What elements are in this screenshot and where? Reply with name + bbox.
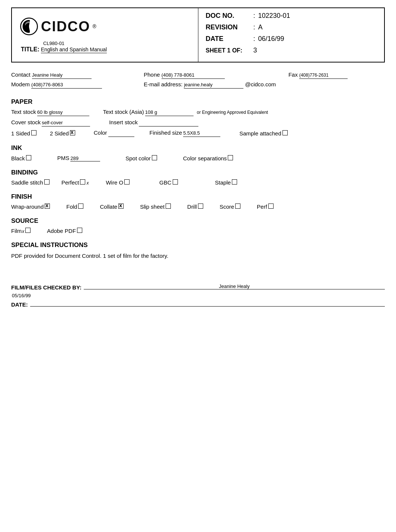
email-domain: @cidco.com: [245, 81, 276, 87]
source-section-header: SOURCE: [11, 217, 385, 225]
title-prefix: CL980-01: [43, 41, 107, 46]
perfect-checkbox[interactable]: [80, 179, 85, 185]
date-label: DATE: [206, 35, 250, 43]
color-group: Color: [94, 129, 135, 137]
title-value: English and Spanish Manual: [41, 47, 107, 53]
color-sep-label: Color separations: [183, 155, 227, 161]
slip-sheet-checkbox[interactable]: [166, 203, 171, 209]
saddle-stitch-checkbox[interactable]: [44, 179, 50, 185]
special-instructions-section: SPECIAL INSTRUCTIONS PDF provided for Do…: [11, 241, 385, 260]
wire-o-group: Wire O: [106, 179, 130, 186]
doc-number-label: DOC NO.: [206, 12, 250, 20]
doc-number-row: DOC NO. : 102230-01: [206, 12, 377, 20]
gbc-group: GBC: [159, 179, 179, 186]
title-label: TITLE:: [21, 46, 39, 53]
email-label: E-mail address:: [144, 81, 182, 87]
finished-size-group: Finished size 5.5X8.5: [150, 129, 222, 137]
insert-stock-label: Insert stock: [109, 119, 138, 125]
sheet-label: SHEET 1 OF:: [206, 47, 250, 54]
modem-value: (408)776-8063: [31, 82, 102, 89]
collate-checkbox[interactable]: [118, 203, 124, 209]
adobe-pdf-checkbox[interactable]: [77, 228, 82, 233]
sample-attached-label: Sample attached: [239, 130, 281, 137]
date-colon: :: [253, 35, 255, 43]
email-row: E-mail address: jeanine.healy @cidco.com: [144, 81, 288, 89]
spot-color-label: Spot color: [125, 155, 151, 161]
staple-checkbox[interactable]: [232, 179, 237, 185]
phone-row: Phone (408) 778-8061: [144, 71, 288, 79]
cidco-logo: CIDCO®: [19, 17, 96, 36]
pms-label: PMS: [57, 155, 70, 161]
collate-label: Collate: [100, 203, 117, 210]
contact-label: Contact: [11, 71, 31, 78]
spot-color-checkbox[interactable]: [152, 155, 157, 160]
score-checkbox[interactable]: [235, 203, 240, 209]
revision-colon: :: [253, 23, 255, 31]
logo-cell: CIDCO® CL980-01 TITLE: English and Spani…: [12, 8, 198, 62]
color-sep-checkbox[interactable]: [228, 155, 233, 160]
wire-o-checkbox[interactable]: [124, 179, 130, 185]
adobe-pdf-label: Adobe PDF: [47, 228, 76, 234]
finished-size-value: 5.5X8.5: [183, 130, 220, 137]
black-checkbox[interactable]: [26, 155, 31, 160]
fold-group: Fold: [66, 203, 84, 210]
fax-value: (408)776-2631: [299, 73, 348, 79]
modem-row: Modem (408)776-8063: [11, 81, 144, 89]
text-stock-group: Text stock 60 lb glossy: [11, 109, 90, 116]
color-label: Color: [94, 129, 107, 136]
text-stock-note: or Engineering Approved Equivalent: [197, 110, 268, 115]
phone-label: Phone: [144, 71, 160, 78]
cidco-logo-text: CIDCO: [41, 19, 90, 35]
wrap-around-label: Wrap-around: [11, 203, 44, 210]
pms-group: PMS 289: [57, 155, 100, 161]
text-stock-row: Text stock 60 lb glossy Text stock (Asia…: [11, 109, 385, 116]
binding-section: BINDING Saddle stitch Perfect x Wire O G…: [11, 169, 385, 186]
sample-attached-checkbox[interactable]: [282, 130, 288, 135]
perf-checkbox[interactable]: [268, 203, 274, 209]
film-files-line: Jeanine Healy: [84, 283, 385, 289]
cover-stock-group: Cover stock self-cover: [11, 119, 91, 126]
contact-section: Contact Jeanine Healy Modem (408)776-806…: [11, 71, 385, 91]
perfect-mark: x: [86, 180, 89, 186]
perf-label: Perf: [257, 203, 267, 210]
fold-checkbox[interactable]: [78, 203, 83, 209]
title-area: CL980-01 TITLE: English and Spanish Manu…: [21, 41, 107, 53]
phone-value: (408) 778-8061: [162, 72, 225, 79]
black-label: Black: [11, 155, 25, 161]
score-label: Score: [220, 203, 234, 210]
cover-stock-value: self-cover: [42, 119, 90, 126]
gbc-checkbox[interactable]: [173, 179, 178, 185]
doc-info-cell: DOC NO. : 102230-01 REVISION : A DATE : …: [198, 8, 384, 62]
date-row: DATE : 06/16/99: [206, 35, 377, 43]
wire-o-label: Wire O: [106, 179, 123, 186]
sheet-row: SHEET 1 OF: 3: [206, 47, 377, 54]
color-value: [108, 130, 134, 137]
film-checkbox[interactable]: [25, 228, 31, 233]
one-sided-checkbox[interactable]: [31, 130, 36, 135]
drill-checkbox[interactable]: [198, 203, 203, 209]
paper-section-header: PAPER: [11, 98, 385, 106]
binding-section-header: BINDING: [11, 169, 385, 176]
wrap-around-checkbox[interactable]: [45, 203, 50, 209]
two-sided-checkbox[interactable]: [70, 130, 75, 135]
cover-stock-label: Cover stock: [11, 119, 41, 125]
text-stock-asia-value: 108 g: [145, 109, 194, 116]
header-table: CIDCO® CL980-01 TITLE: English and Spani…: [11, 7, 385, 63]
film-files-value: Jeanine Healy: [219, 283, 249, 289]
color-sep-group: Color separations: [183, 155, 234, 161]
slip-sheet-label: Slip sheet: [140, 203, 165, 210]
ink-section: INK Black PMS 289 Spot color Color separ…: [11, 144, 385, 161]
fax-label: Fax: [288, 71, 298, 78]
revision-value: A: [258, 23, 263, 31]
insert-stock-value: [139, 119, 198, 126]
special-instructions-text: PDF provided for Document Control. 1 set…: [11, 252, 385, 260]
date-value: 06/16/99: [258, 35, 284, 43]
adobe-pdf-group: Adobe PDF: [47, 228, 83, 234]
ink-section-header: INK: [11, 144, 385, 152]
revision-row: REVISION : A: [206, 23, 377, 31]
cidco-reg-mark: ®: [92, 23, 96, 29]
cover-stock-row: Cover stock self-cover Insert stock: [11, 119, 385, 126]
finished-size-label: Finished size: [150, 129, 182, 136]
slip-sheet-group: Slip sheet: [140, 203, 172, 210]
contact-value: Jeanine Healy: [32, 72, 92, 79]
